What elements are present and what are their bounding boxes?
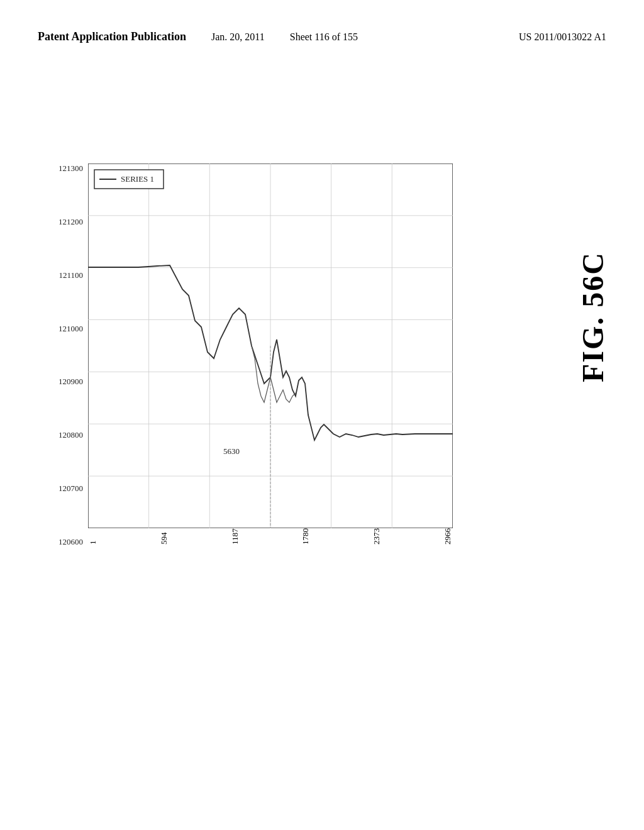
- patent-number: US 2011/0013022 A1: [519, 31, 606, 43]
- chart-svg: SERIES 1: [88, 163, 453, 528]
- y-label-0: 121300: [58, 163, 83, 174]
- publication-title: Patent Application Publication: [38, 30, 186, 43]
- chart-wrapper: 121300 121200 121100 121000 120900 12080…: [38, 126, 572, 597]
- x-label-4: 2373: [372, 528, 382, 545]
- y-label-6: 120700: [58, 484, 83, 494]
- page-header: Patent Application Publication Jan. 20, …: [0, 30, 644, 43]
- y-label-7: 120600: [58, 537, 83, 547]
- x-label-2: 1187: [230, 528, 240, 545]
- y-label-3: 121000: [58, 324, 83, 334]
- y-label-2: 121100: [58, 270, 83, 280]
- x-label-3: 1780: [301, 528, 311, 545]
- x-label-1: 594: [159, 528, 169, 545]
- y-label-1: 121200: [58, 217, 83, 227]
- x-label-5: 2966: [443, 528, 453, 545]
- y-label-4: 120900: [58, 377, 83, 387]
- chart-annotation: 5630: [223, 446, 240, 456]
- figure-label: FIG. 56C: [575, 252, 610, 382]
- y-label-5: 120800: [58, 430, 83, 440]
- publication-date: Jan. 20, 2011: [211, 31, 265, 43]
- y-axis-labels: 121300 121200 121100 121000 120900 12080…: [38, 163, 88, 547]
- x-axis-labels: 1 594 1187 1780 2373 2966: [88, 528, 453, 545]
- x-label-0: 1: [88, 528, 98, 545]
- svg-text:SERIES 1: SERIES 1: [121, 174, 154, 184]
- sheet-info: Sheet 116 of 155: [290, 31, 358, 43]
